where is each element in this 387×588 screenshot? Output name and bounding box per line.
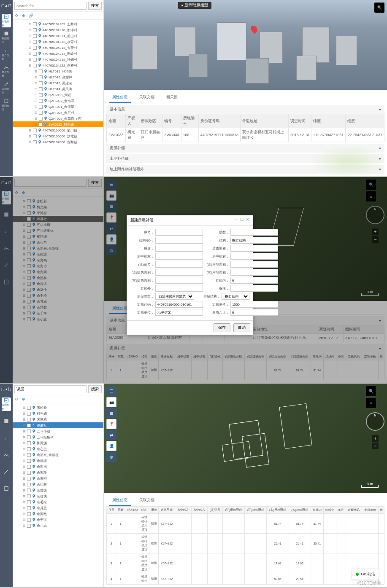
search-input[interactable]	[14, 179, 87, 187]
tree-node[interactable]: ⊞440705104209_土井村	[13, 21, 103, 27]
tree-refresh-icon[interactable]: ⟳	[15, 13, 19, 18]
search-map-icon[interactable]: 🔍	[374, 3, 384, 13]
tree-node[interactable]: ⊞余海同	[13, 269, 103, 275]
collapse-house[interactable]: 房屋补偿▾	[106, 144, 384, 153]
tree-node[interactable]: ⊞余葵快	[13, 493, 103, 499]
search-button[interactable]: 搜索	[88, 385, 102, 393]
tree-node[interactable]: ⊞余海福	[13, 257, 103, 263]
nav-item-2[interactable]: ¥	[2, 431, 11, 445]
tree-node[interactable]: ⊞余葵快	[13, 287, 103, 293]
tree-node[interactable]: ⊞余小志	[13, 523, 103, 529]
collapse-land[interactable]: 土地补偿额▾	[106, 154, 384, 163]
tree-node[interactable]: ⊞440705104214_围岭村	[13, 51, 103, 56]
tree-expand-icon[interactable]: ⊕	[22, 191, 25, 195]
nav-item-5[interactable]	[2, 482, 11, 495]
tree-node[interactable]: ⊞柳同渊	[13, 234, 103, 239]
tree-node[interactable]: ⊞余德源	[13, 251, 103, 257]
tab-attributes[interactable]: 属性信息	[109, 495, 131, 506]
form-input-unitname[interactable]	[155, 309, 203, 316]
search-button[interactable]: 搜索	[88, 2, 102, 10]
tree-link-icon[interactable]: 🔗	[29, 13, 33, 18]
tree-node[interactable]: ⊞余其恩	[13, 298, 103, 304]
tree-node[interactable]: ⊞余海玲	[13, 470, 103, 475]
tab-documents[interactable]: 关联文档	[136, 92, 158, 103]
tree-node[interactable]: ⊞HLT013_吴建荣	[13, 80, 103, 86]
nav-item-0[interactable]: 实地指标	[2, 397, 11, 411]
nav-item-3[interactable]: 重点分析	[2, 64, 11, 78]
form-input-seq[interactable]	[155, 229, 203, 236]
nav-item-0[interactable]: 实地指标	[2, 191, 11, 204]
tree-node[interactable]: ⊞HLT012_谢耀林	[13, 74, 103, 80]
nav-item-3[interactable]	[2, 242, 11, 255]
nav-item-5[interactable]	[2, 275, 11, 289]
tree-node[interactable]: ⊞HLT011_张浩矢	[13, 68, 103, 74]
compass-icon[interactable]	[366, 412, 384, 431]
search-button[interactable]: 搜索	[88, 179, 102, 187]
form-input-total[interactable]	[230, 309, 278, 316]
tree-node[interactable]: ⊞余心兰	[13, 446, 103, 452]
form-input-out[interactable]	[155, 285, 203, 292]
maximize-icon[interactable]: ☐	[240, 217, 244, 223]
nav-item-4[interactable]	[2, 258, 11, 272]
tree-node[interactable]: ⊟440705104222_谢程村	[13, 62, 103, 68]
pin-tool-icon[interactable]: 📍	[106, 419, 116, 429]
tree-node[interactable]: ⊞五斗组集体	[13, 228, 103, 234]
tree-node[interactable]: ⊞余毛松	[13, 499, 103, 505]
form-input-cert[interactable]	[155, 261, 203, 268]
form-input-in[interactable]	[230, 277, 278, 284]
tree-node[interactable]: ⊞柳同渊	[13, 440, 103, 446]
tree-node[interactable]: ⊞张松新	[13, 198, 103, 204]
nav-item-2[interactable]: ¥	[2, 225, 11, 238]
camera-icon[interactable]: 📷	[106, 397, 116, 407]
form-input-htype[interactable]: 自法用房用房建筑	[155, 293, 194, 300]
tree-node[interactable]: ⊞余海同	[13, 475, 103, 481]
nav-item-1[interactable]: 数据管理	[2, 31, 11, 44]
nav-item-5[interactable]: 权利办理	[2, 98, 11, 112]
tree-expand-icon[interactable]: ⊕	[22, 13, 25, 18]
home-icon[interactable]: ⌂	[366, 398, 376, 408]
tree-node[interactable]: ⊞余德源	[13, 458, 103, 464]
form-input-structno[interactable]	[155, 237, 203, 244]
tree-node[interactable]: ⊞余曾练	[13, 487, 103, 493]
tree-node[interactable]: ⊞440705107000_古井镇	[13, 139, 103, 145]
tree-node[interactable]: ⊞HLT014_吴天涛	[13, 86, 103, 92]
form-input-left[interactable]	[155, 253, 203, 260]
tree-node[interactable]: ⊞宋博栎	[13, 416, 103, 422]
form-input-right[interactable]	[230, 253, 278, 260]
tree-node[interactable]: ⊞余海玲	[13, 263, 103, 269]
nav-item-1[interactable]	[2, 414, 11, 428]
tree-node[interactable]: ⊞440705104212_水背村	[13, 39, 103, 45]
save-button[interactable]: 保存	[214, 323, 230, 332]
search-map-icon[interactable]: 🔍	[366, 386, 376, 396]
form-input-remark[interactable]	[230, 285, 278, 292]
tree-node[interactable]: ⊞440705105000_蓼门镇	[13, 127, 103, 133]
grid-icon[interactable]: ▦	[106, 408, 116, 418]
form-input-certbuild[interactable]	[155, 269, 203, 276]
tree-refresh-icon[interactable]: ⟳	[15, 397, 19, 401]
tree-list[interactable]: ⊞张松新⊞柯光娟⊞宋博栎⊞谭墓社⊞五斗小组⊞五斗组集体⊞柳同渊⊞余心兰⊞余新兴,…	[13, 403, 103, 587]
form-input-realbuild[interactable]	[155, 277, 203, 284]
nav-item-4[interactable]: 应用办理	[2, 81, 11, 95]
form-input-use[interactable]	[155, 245, 203, 252]
tree-node[interactable]: ⊞余千字	[13, 310, 103, 316]
form-input-floor[interactable]	[230, 229, 278, 236]
tree-node[interactable]: ⊞QZH-005_余革辉（代）	[13, 115, 103, 121]
tree-node[interactable]: ⊞440705104213_大望村	[13, 45, 103, 51]
tree-list[interactable]: ⊞张松新⊞柯光娟⊞宋博栎⊞谭墓社⊞五斗小组⊞五斗组集体⊞柳同渊⊞余心兰⊞余新兴,…	[13, 197, 103, 383]
tree-node[interactable]: ⊞余照林	[13, 275, 103, 281]
tree-node[interactable]: ⊞余新兴, 余新征	[13, 452, 103, 458]
tree-node[interactable]: ⊞张松新	[13, 405, 103, 411]
form-input-road[interactable]	[230, 245, 278, 252]
form-input-code[interactable]	[155, 301, 203, 308]
tree-node[interactable]: ⊞余海福	[13, 464, 103, 470]
tree-node[interactable]: ⊞五斗小组	[13, 428, 103, 434]
tree-expand-icon[interactable]: ⊕	[22, 397, 25, 401]
tree-node[interactable]: ⊞五斗小组	[13, 222, 103, 228]
route-icon[interactable]: ⇄	[106, 430, 116, 440]
form-input-certland[interactable]	[230, 261, 278, 268]
tree-node[interactable]: ⊞440705104211_前山村	[13, 33, 103, 39]
minimize-icon[interactable]: —	[234, 217, 238, 223]
map-viewer-satellite[interactable]: ☰ 📷 ▦ 📍 ⇄ 👤 ◎ 🔍 ⌂ + − 3 m	[104, 384, 387, 493]
layers-icon[interactable]: ☰	[106, 386, 116, 396]
tree-node[interactable]: ⊞余新兴, 余新征	[13, 245, 103, 251]
